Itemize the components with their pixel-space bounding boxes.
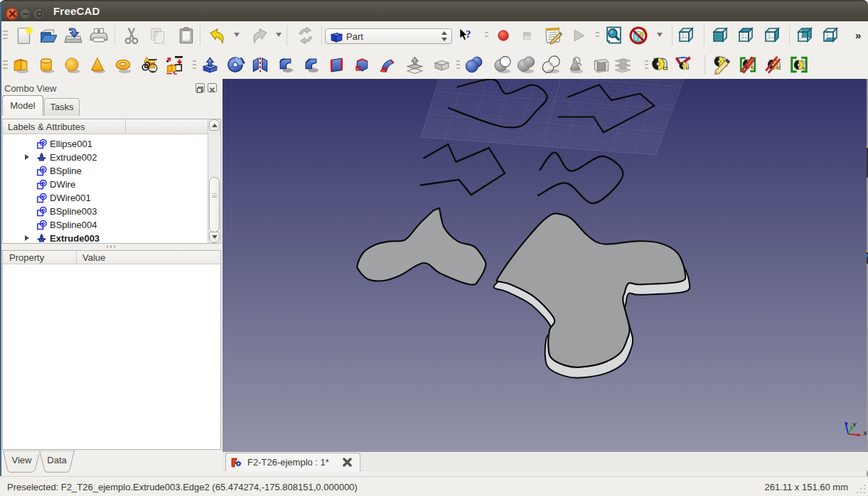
svg-text:Y: Y bbox=[852, 421, 857, 428]
svg-text:X: X bbox=[863, 430, 867, 437]
